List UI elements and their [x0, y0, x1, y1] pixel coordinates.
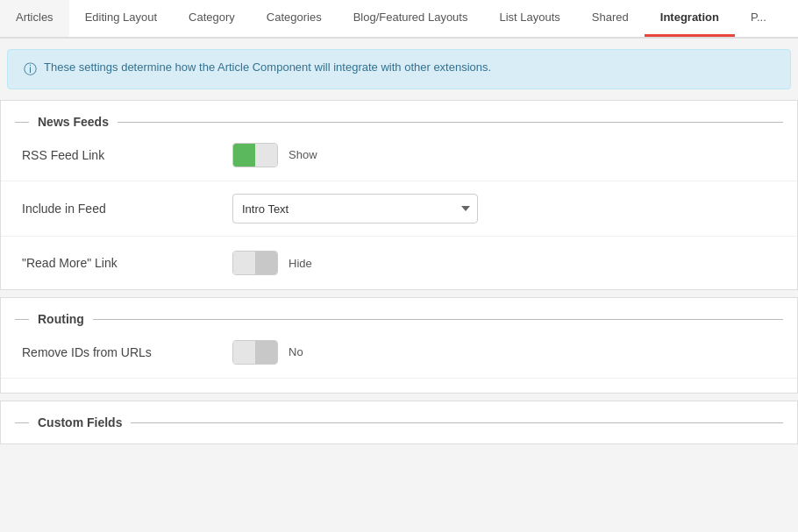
- header-line-right: [131, 422, 783, 423]
- rss-feed-link-control: Show: [232, 143, 776, 167]
- info-banner: ⓘ These settings determine how the Artic…: [7, 49, 791, 89]
- info-icon: ⓘ: [24, 61, 37, 78]
- toggle-off-part: [255, 341, 277, 364]
- header-line-right: [118, 122, 783, 123]
- header-line-right: [93, 319, 783, 320]
- read-more-link-toggle[interactable]: [232, 251, 278, 275]
- include-in-feed-control: Intro Text Full Text None: [232, 194, 776, 223]
- header-line-left: [15, 122, 29, 123]
- routing-section: Routing Remove IDs from URLs No: [0, 297, 798, 394]
- toggle-on-part: [233, 252, 255, 274]
- rss-feed-link-value: Show: [289, 148, 317, 161]
- custom-fields-section: Custom Fields: [0, 401, 798, 444]
- tab-shared[interactable]: Shared: [576, 0, 645, 37]
- section-bottom-space: [1, 379, 797, 393]
- news-feeds-header: News Feeds: [1, 101, 797, 129]
- remove-ids-row: Remove IDs from URLs No: [1, 326, 797, 379]
- tab-category[interactable]: Category: [173, 0, 251, 37]
- read-more-link-label: "Read More" Link: [22, 256, 232, 270]
- remove-ids-label: Remove IDs from URLs: [22, 345, 232, 359]
- rss-feed-link-label: RSS Feed Link: [22, 148, 232, 162]
- remove-ids-control: No: [232, 340, 776, 365]
- tab-articles[interactable]: Articles: [0, 0, 69, 37]
- custom-fields-title: Custom Fields: [29, 415, 131, 429]
- header-line-left: [15, 422, 29, 423]
- remove-ids-value: No: [289, 345, 303, 358]
- tab-categories[interactable]: Categories: [251, 0, 338, 37]
- tab-blog-featured-layouts[interactable]: Blog/Featured Layouts: [338, 0, 484, 37]
- custom-fields-body: [1, 429, 797, 443]
- read-more-link-value: Hide: [289, 257, 312, 270]
- news-feeds-title: News Feeds: [29, 115, 118, 129]
- header-line-left: [15, 319, 29, 320]
- nav-tabs: Articles Editing Layout Category Categor…: [0, 0, 798, 39]
- toggle-off-part: [255, 252, 277, 274]
- rss-feed-link-toggle[interactable]: [232, 143, 278, 167]
- include-in-feed-select[interactable]: Intro Text Full Text None: [232, 194, 478, 223]
- remove-ids-toggle[interactable]: [232, 340, 278, 365]
- routing-header: Routing: [1, 298, 797, 326]
- toggle-on-part: [233, 144, 255, 167]
- tab-list-layouts[interactable]: List Layouts: [483, 0, 575, 37]
- custom-fields-header: Custom Fields: [1, 401, 797, 429]
- toggle-off-part: [255, 144, 277, 167]
- news-feeds-section: News Feeds RSS Feed Link Show Include in…: [0, 100, 798, 290]
- include-in-feed-row: Include in Feed Intro Text Full Text Non…: [1, 181, 797, 237]
- tab-editing-layout[interactable]: Editing Layout: [69, 0, 173, 37]
- read-more-link-row: "Read More" Link Hide: [1, 237, 797, 289]
- routing-title: Routing: [29, 312, 93, 326]
- rss-feed-link-row: RSS Feed Link Show: [1, 129, 797, 181]
- read-more-link-control: Hide: [232, 251, 776, 275]
- toggle-on-part: [233, 341, 255, 364]
- main-container: Articles Editing Layout Category Categor…: [0, 0, 798, 532]
- tab-integration[interactable]: Integration: [645, 0, 735, 37]
- include-in-feed-label: Include in Feed: [22, 202, 232, 216]
- info-banner-text: These settings determine how the Article…: [44, 60, 491, 74]
- tab-permissions[interactable]: P...: [735, 0, 782, 37]
